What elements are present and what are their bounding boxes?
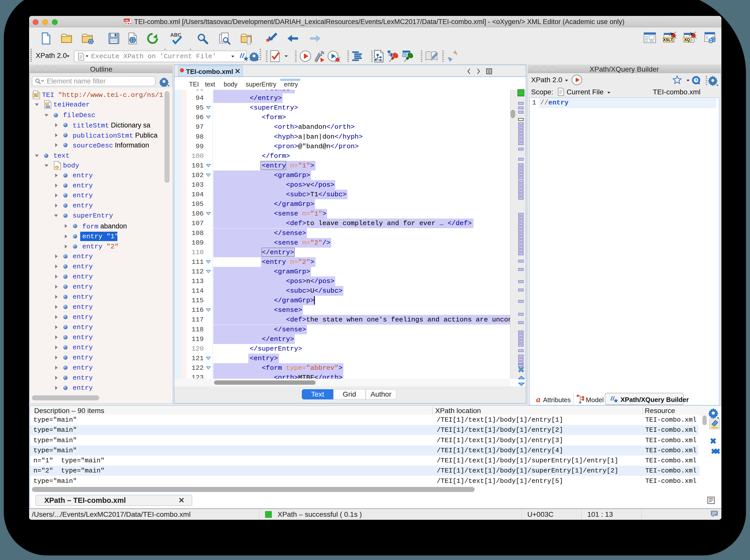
svg-text:ABC: ABC bbox=[170, 32, 181, 38]
svg-text:TEI: TEI bbox=[34, 94, 38, 97]
svg-text:XQ: XQ bbox=[684, 38, 690, 42]
svg-text:XSLT: XSLT bbox=[663, 38, 673, 42]
svg-text:*: * bbox=[266, 37, 270, 44]
svg-text:<●>: <●> bbox=[125, 21, 131, 25]
